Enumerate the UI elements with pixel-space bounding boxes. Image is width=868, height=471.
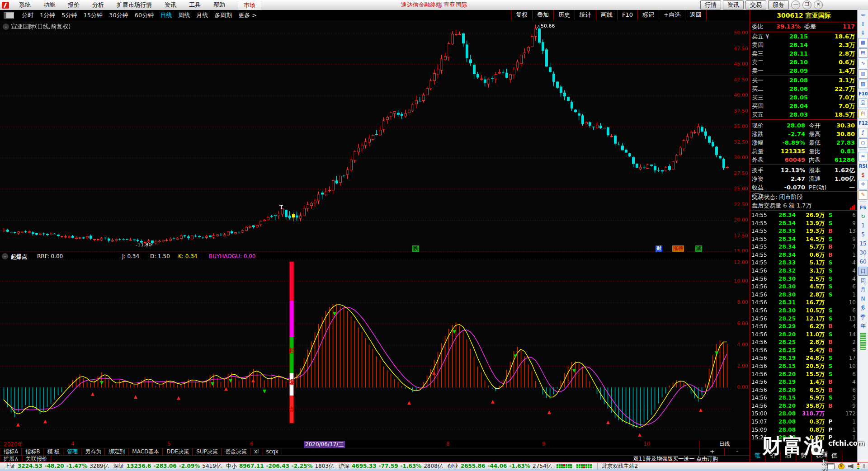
coin-icon[interactable]: ¥	[838, 463, 844, 470]
bottom-tab-scqx[interactable]: scqx	[262, 448, 282, 456]
period-quarter[interactable]: 季	[859, 313, 868, 321]
ask-row[interactable]: 卖二28.100.6万	[750, 58, 858, 66]
ask-row[interactable]: 卖一28.091.4万	[750, 66, 858, 75]
board-icon[interactable]: ▦	[858, 38, 868, 47]
tick-row[interactable]: 14:5628.304.5万S6	[750, 283, 858, 291]
period-5[interactable]: 5	[859, 231, 868, 239]
tick-row[interactable]: 15:0028.08318.7万172	[750, 410, 858, 418]
menu-item-工具[interactable]: 工具	[183, 1, 207, 9]
menu-item-扩展市场行情[interactable]: 扩展市场行情	[110, 1, 158, 9]
tick-row[interactable]: 14:5628.3116.7万10	[750, 299, 858, 307]
chevron-down-icon[interactable]: ⌄	[3, 24, 9, 30]
tick-row[interactable]: 15:2428.080.6万P1	[750, 434, 858, 442]
restore-button[interactable]: ❐	[802, 0, 811, 9]
period-tab-周线[interactable]: 周线	[175, 11, 193, 19]
bottom-tab-另存为[interactable]: 另存为	[81, 448, 105, 456]
quote-tab-联[interactable]: 联	[811, 451, 827, 462]
bottom-tab-指标B[interactable]: 指标B	[22, 448, 43, 456]
period-tab-月线[interactable]: 月线	[193, 11, 211, 19]
titlebar-button-服务[interactable]: 服务	[768, 0, 789, 9]
minimize-button[interactable]: —	[791, 0, 800, 9]
bid-row[interactable]: 买一28.083.1万	[750, 76, 858, 85]
tool-画线[interactable]: 画线	[596, 10, 618, 20]
f10-button[interactable]: F10	[859, 90, 868, 98]
report-icon[interactable]: ▨	[858, 80, 868, 89]
bottom-tab-SUP决策[interactable]: SUP决策	[193, 448, 222, 456]
app-logo-icon[interactable]	[2, 2, 9, 9]
bottom-tab-模 板[interactable]: 模 板	[43, 448, 63, 456]
tool-标记[interactable]: 标记	[638, 10, 659, 20]
period-day[interactable]: 日	[858, 267, 868, 276]
period-tab-15分钟[interactable]: 15分钟	[80, 11, 106, 19]
ask-row[interactable]: 卖五 ¥28.1518.6万	[750, 32, 858, 41]
menu-item-分析[interactable]: 分析	[86, 1, 110, 9]
main-chart-panel[interactable]: ⌄ 宣亚国际(日线,前复权) 跌财涨榜减	[0, 20, 750, 252]
tool-统计[interactable]: 统计	[575, 10, 596, 20]
rsi-button[interactable]: RSI	[859, 162, 868, 170]
tool-叠加[interactable]: 叠加	[533, 10, 554, 20]
menu-item-功能[interactable]: 功能	[37, 1, 61, 9]
bottom-tab-扩展∧[interactable]: 扩展∧	[0, 456, 22, 462]
period-30[interactable]: 30	[859, 249, 868, 257]
connection-status-icon[interactable]	[857, 463, 859, 470]
candlestick-canvas[interactable]	[0, 20, 731, 252]
tick-row[interactable]: 14:5628.3010.5万S6	[750, 307, 858, 315]
speaker-icon[interactable]	[848, 464, 854, 469]
tick-row[interactable]: 14:5628.1520.5万S10	[750, 363, 858, 371]
money-icon[interactable]: $	[859, 171, 868, 179]
tick-row[interactable]: 14:5628.302.5万S4	[750, 275, 858, 283]
wave-icon[interactable]: ≈	[858, 152, 868, 161]
period-tab-日线[interactable]: 日线	[157, 11, 175, 19]
index-中小[interactable]: 中小8967.11-206.43-2.25%1803亿	[226, 462, 334, 470]
ask-row[interactable]: 卖四28.142.3万	[750, 41, 858, 49]
tool-复权[interactable]: 复权	[511, 10, 533, 20]
tick-row[interactable]: 14:5628.2035.8万B9	[750, 402, 858, 410]
period-tab-5分钟[interactable]: 5分钟	[58, 11, 80, 19]
menu-item-报价[interactable]: 报价	[61, 1, 86, 9]
trend-line-icon[interactable]: ∿	[858, 59, 868, 68]
stock-title[interactable]: 300612 宣亚国际	[750, 10, 858, 22]
tick-row[interactable]: 14:5628.155.9万S5	[750, 394, 858, 402]
bottom-tab-资金决策[interactable]: 资金决策	[222, 448, 250, 456]
bid-row[interactable]: 买五28.0318.5万	[750, 110, 858, 119]
menu-market[interactable]: 市场	[238, 0, 261, 10]
tree-icon[interactable]: 品	[858, 99, 868, 108]
promo-link[interactable]: 双11普及增强版买一送一 点击订购	[633, 456, 718, 462]
index-创业[interactable]: 创业2655.86-44.06-1.63%2754亿	[448, 462, 552, 470]
tick-row[interactable]: 15:0728.080.3万P1	[750, 418, 858, 426]
period-week[interactable]: 周	[859, 277, 868, 285]
menu-item-帮助[interactable]: 帮助	[207, 1, 231, 9]
tick-row[interactable]: 14:5528.340.6万B1	[750, 251, 858, 259]
period-15[interactable]: 15	[859, 240, 868, 248]
period-month[interactable]: 月	[859, 286, 868, 294]
indicator-panel[interactable]	[0, 260, 750, 440]
period-tab-分时[interactable]: 分时	[19, 11, 37, 19]
circle-tool-icon[interactable]: ○	[858, 138, 868, 148]
tick-row[interactable]: 14:5528.335.1万S4	[750, 259, 858, 267]
f12-button[interactable]: F12	[859, 119, 868, 127]
tick-row[interactable]: 14:5628.255.4万B9	[750, 347, 858, 355]
tick-row[interactable]: 14:5528.345.7万B7	[750, 243, 858, 251]
quote-tab-笔[interactable]: 笔	[750, 451, 765, 462]
period-tab-1分钟[interactable]: 1分钟	[37, 11, 58, 19]
bid-row[interactable]: 买四28.047.0万	[750, 102, 858, 110]
tool-历史[interactable]: 历史	[554, 10, 575, 20]
period-tab-多周期[interactable]: 多周期	[211, 11, 235, 19]
tick-row[interactable]: 14:5628.2015.5万S6	[750, 371, 858, 379]
bottom-tab-绑定到[interactable]: 绑定到	[105, 448, 128, 456]
tick-row[interactable]: 14:5528.3414.5万S9	[750, 236, 858, 244]
tick-row[interactable]: 14:5528.3426.9万S6	[750, 212, 858, 220]
quote-tab-价[interactable]: 价	[765, 451, 781, 462]
quote-tab-势[interactable]: 势	[796, 451, 811, 462]
bottom-tab-DDE决策[interactable]: DDE决策	[163, 448, 193, 456]
kline-icon[interactable]: ▥	[858, 69, 868, 79]
index-沪深[interactable]: 沪深4695.33-77.59-1.63%2808亿	[339, 462, 443, 470]
index-深证[interactable]: 深证13236.6-283.06-2.09%5419亿	[113, 462, 222, 470]
titlebar-button-资讯[interactable]: 资讯	[723, 0, 744, 9]
down-icon[interactable]: ⇩	[859, 29, 868, 37]
titlebar-button-行情[interactable]: 行情	[700, 0, 721, 9]
pencil-icon[interactable]: ✎	[858, 190, 868, 200]
tick-row[interactable]: 15:0928.080.8万P1	[750, 426, 858, 434]
bottom-tab-关联报价[interactable]: 关联报价	[22, 456, 51, 462]
tick-row[interactable]: 14:5628.206.5万B6	[750, 386, 858, 395]
